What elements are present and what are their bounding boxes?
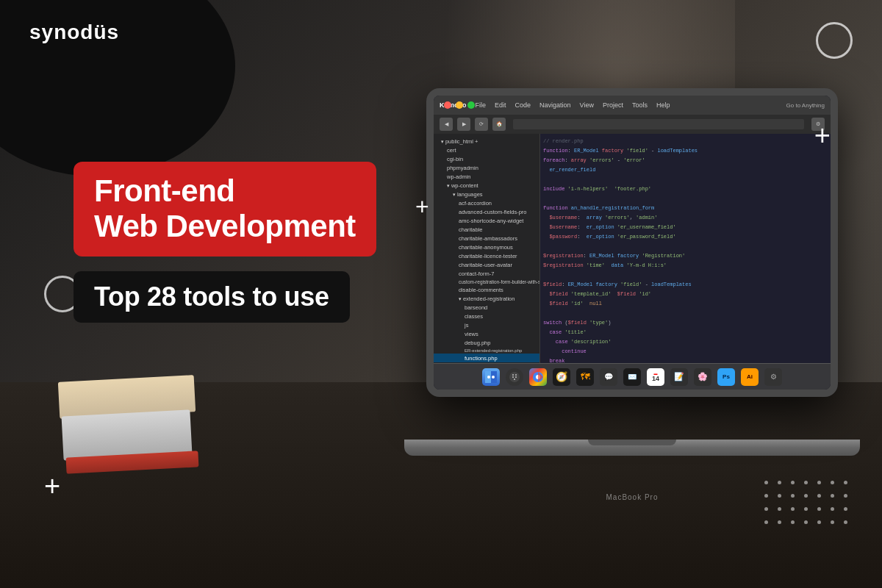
dock-icon-maps[interactable]: 🗺 [576, 368, 594, 386]
code-line: function: ER_Model factory 'field' - loa… [543, 146, 828, 156]
menubar-view[interactable]: View [580, 101, 594, 109]
editor-main: public_html + cert cgi-bin phpmyadmin wp… [434, 134, 831, 363]
file-tree-root[interactable]: public_html + [434, 137, 539, 146]
laptop-hinge [588, 440, 676, 445]
logo: synodüs [29, 21, 119, 44]
code-line: case 'title' [543, 328, 828, 337]
toolbar-btn-3[interactable]: ⟳ [475, 118, 488, 131]
code-line [543, 194, 828, 204]
dock-icon-mail[interactable]: ✉️ [623, 368, 641, 386]
code-line: $field 'template_id' $field 'id' [543, 290, 828, 299]
subtitle-badge: Top 28 tools to use [74, 271, 350, 323]
code-line: function an_handle_registration_form [543, 204, 828, 213]
code-line: $username: er_option 'er_username_field' [543, 223, 828, 232]
toolbar-btn-2[interactable]: ▶ [457, 118, 470, 131]
code-line: $password: er_option 'er_password_field' [543, 232, 828, 242]
menubar-help[interactable]: Help [656, 101, 670, 109]
laptop: Komodo File Edit Code Navigation View Pr… [404, 88, 860, 514]
svg-rect-9 [514, 379, 515, 380]
menubar-tools[interactable]: Tools [632, 101, 648, 109]
toolbar-btn-4[interactable]: 🏠 [492, 118, 506, 131]
file-tree-item[interactable]: cert [434, 146, 539, 154]
svg-rect-5 [512, 374, 514, 376]
code-line: $field: ER_Model factory 'field' - loadT… [543, 280, 828, 290]
code-line: $registration: ER_Model factory 'Registr… [543, 251, 828, 261]
code-line [543, 309, 828, 318]
menubar-edit[interactable]: Edit [495, 101, 506, 109]
svg-rect-8 [515, 376, 517, 378]
menubar-file[interactable]: File [476, 101, 487, 109]
svg-rect-6 [515, 374, 517, 376]
dock-icon-launchpad[interactable] [506, 368, 523, 386]
traffic-lights [444, 101, 475, 109]
toolbar-btn-1[interactable]: ◀ [440, 118, 453, 131]
dot-grid-decoration [764, 481, 853, 529]
dock: 🧭 🗺 💬 ✉️ ▬ 14 📝 🌸 Ps Ai ⚙ [434, 363, 831, 390]
svg-rect-7 [512, 376, 514, 378]
code-line: break [543, 356, 828, 363]
dock-icon-more[interactable]: ⚙ [764, 368, 782, 386]
plus-decoration-bottom-left: + [44, 472, 60, 500]
macbook-label: MacBook Pro [606, 493, 658, 501]
code-line: continue [543, 347, 828, 356]
dock-icon-illustrator[interactable]: Ai [741, 368, 759, 386]
svg-point-2 [487, 376, 490, 379]
menubar: Komodo File Edit Code Navigation View Pr… [434, 96, 831, 115]
screen-content: Komodo File Edit Code Navigation View Pr… [434, 96, 831, 390]
maximize-button[interactable] [467, 101, 475, 109]
minimize-button[interactable] [456, 101, 463, 109]
laptop-base [404, 440, 860, 456]
code-line: foreach: array 'errors' - 'error' [543, 156, 828, 165]
code-line: er_render_field [543, 165, 828, 175]
menubar-project[interactable]: Project [603, 101, 623, 109]
dock-icon-chrome[interactable] [529, 368, 547, 386]
dock-icon-notes[interactable]: 📝 [670, 368, 688, 386]
menubar-go-to-anything[interactable]: Go to Anything [786, 102, 825, 109]
code-line: include 'i-n-helpers' 'footer.php' [543, 184, 828, 194]
code-editor[interactable]: // render.php function: ER_Model factory… [540, 134, 831, 363]
dock-icon-photos[interactable]: 🌸 [694, 368, 711, 386]
dock-icon-compass[interactable]: 🧭 [553, 368, 570, 386]
code-line: switch ($field 'type') [543, 318, 828, 328]
file-tree-item[interactable]: ER-extended-registration.php [434, 347, 539, 354]
dock-icon-messages[interactable]: 💬 [600, 368, 617, 386]
circle-decoration-top-right [816, 22, 853, 59]
file-tree-item[interactable]: views [434, 329, 539, 338]
code-line [543, 242, 828, 251]
code-line: $registration 'time' data 'Y-m-d H:i:s' [543, 261, 828, 270]
code-line [543, 270, 828, 280]
code-line: $username: array 'errors', 'admin' [543, 213, 828, 223]
file-tree-item[interactable]: debug.php [434, 338, 539, 347]
dock-icon-photoshop[interactable]: Ps [717, 368, 735, 386]
address-bar[interactable] [513, 119, 804, 129]
menubar-code[interactable]: Code [515, 101, 531, 109]
menubar-navigation[interactable]: Navigation [539, 101, 571, 109]
file-tree-functions[interactable]: functions.php [434, 354, 539, 362]
title-badge: Front-end Web Development [74, 162, 376, 257]
plus-decoration-top-right: + [814, 121, 831, 149]
title-line2: Web Development [94, 209, 356, 244]
main-container: synodüs + + + Front-end Web Development … [0, 0, 882, 588]
svg-point-4 [509, 372, 520, 382]
logo-text: synodüs [29, 21, 119, 43]
title-line1: Front-end [94, 173, 356, 209]
close-button[interactable] [444, 101, 451, 109]
left-content-area: Front-end Web Development Top 28 tools t… [74, 162, 456, 323]
code-line: // render.php [543, 137, 828, 146]
code-line [543, 175, 828, 184]
code-line: case 'description' [543, 337, 828, 347]
books-decoration [59, 375, 206, 470]
svg-point-3 [492, 376, 495, 379]
laptop-screen-outer: Komodo File Edit Code Navigation View Pr… [426, 88, 838, 397]
dock-icon-finder[interactable] [482, 368, 500, 386]
dock-icon-calendar[interactable]: ▬ 14 [647, 368, 664, 386]
toolbar: ◀ ▶ ⟳ 🏠 ⚙ [434, 115, 831, 134]
code-line: $field 'id' null [543, 299, 828, 309]
